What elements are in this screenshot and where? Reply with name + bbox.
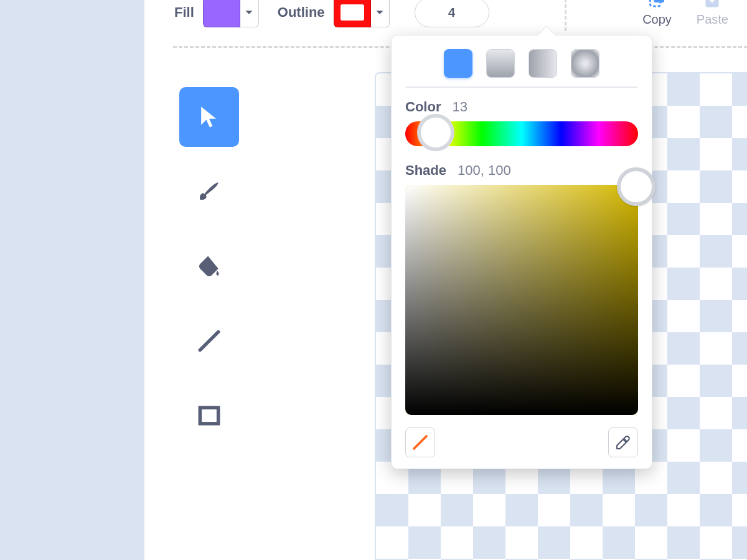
gradient-horizontal[interactable] [529,49,557,78]
line-icon [195,327,223,355]
copy-icon [646,0,668,10]
color-label: Color [405,99,441,115]
hue-slider-handle[interactable] [417,114,454,151]
stroke-width-value: 4 [448,6,455,20]
svg-line-6 [414,436,426,449]
shade-value: 100, 100 [458,162,511,179]
line-tool[interactable] [179,311,239,371]
select-tool[interactable] [179,87,239,147]
shade-label: Shade [405,162,446,179]
copy-label: Copy [642,12,672,27]
paste-icon [701,0,723,10]
gradient-mode-row [405,49,638,78]
color-picker-popover: Color 13 Shade 100, 100 [391,35,652,469]
no-color-icon [411,433,430,452]
paste-label: Paste [697,12,728,27]
gradient-solid[interactable] [444,49,472,78]
fill-swatch [203,0,240,27]
fill-caret[interactable] [240,0,259,27]
popover-arrow [537,26,556,45]
brush-tool[interactable] [179,162,239,222]
left-panel [0,0,144,560]
fill-label: Fill [174,4,194,21]
main-area: Fill Outline 4 Copy [144,0,747,560]
fill-tool[interactable] [179,236,239,296]
eyedropper-icon [614,433,632,452]
toolbar-divider [565,0,566,31]
rectangle-icon [195,402,223,429]
cursor-icon [195,103,223,131]
tool-sidebar [179,87,239,446]
paste-button[interactable]: Paste [697,0,728,27]
outline-color-button[interactable] [334,0,390,27]
outline-label: Outline [278,4,325,21]
eyedropper-button[interactable] [608,427,638,457]
chevron-down-icon [375,8,384,17]
chevron-down-icon [245,8,253,17]
top-toolbar: Fill Outline 4 Copy [144,0,747,25]
paint-bucket-icon [195,253,223,280]
fill-color-button[interactable] [203,0,259,27]
brush-icon [195,178,223,205]
rect-tool[interactable] [179,386,239,446]
outline-swatch [334,0,371,27]
stroke-width-input[interactable]: 4 [415,0,489,27]
popover-divider [405,86,638,88]
no-color-button[interactable] [405,427,435,457]
svg-line-4 [200,332,218,350]
hue-slider[interactable] [405,121,638,146]
svg-rect-1 [654,0,665,2]
gradient-radial[interactable] [571,49,599,78]
svg-rect-5 [200,408,218,424]
gradient-vertical[interactable] [486,49,515,78]
color-value: 13 [452,99,467,115]
sv-picker[interactable] [405,185,638,415]
copy-button[interactable]: Copy [642,0,672,27]
outline-caret[interactable] [371,0,390,27]
sv-picker-handle[interactable] [617,167,655,206]
